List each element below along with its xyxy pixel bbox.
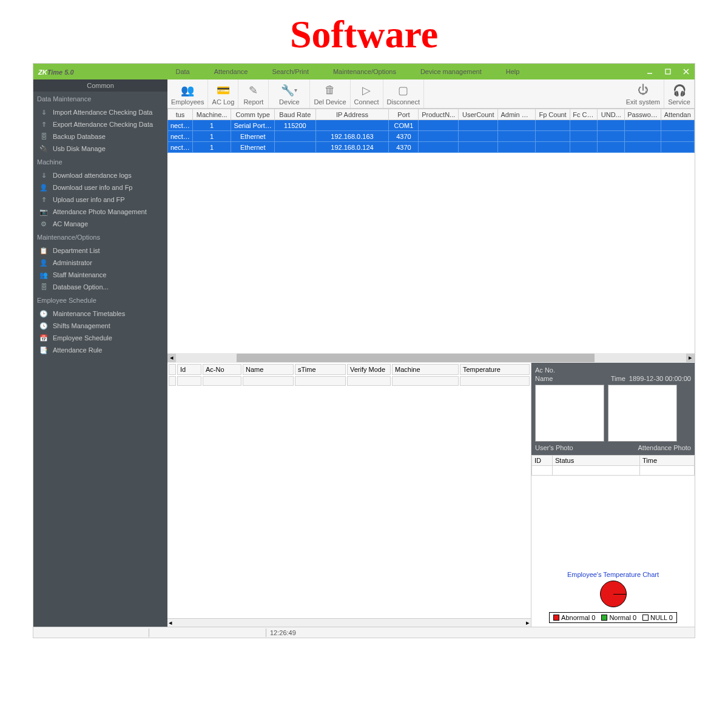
sidebar-item[interactable]: 🕒Maintenance Timetables bbox=[33, 308, 167, 320]
tool-connect[interactable]: ▷Connect bbox=[351, 79, 383, 108]
column-header[interactable]: UserCount bbox=[458, 109, 498, 120]
tool-service[interactable]: 🎧Service bbox=[664, 79, 695, 108]
sidebar-item-icon: ⇓ bbox=[38, 108, 49, 116]
sidebar-item[interactable]: 📷Attendance Photo Management bbox=[33, 206, 167, 218]
column-header[interactable]: Fc Co... bbox=[570, 109, 598, 120]
sidebar-item[interactable]: 📑Attendance Rule bbox=[33, 344, 167, 356]
column-header[interactable]: ProductN... bbox=[419, 109, 459, 120]
column-header[interactable]: IP Address bbox=[315, 109, 389, 120]
column-header[interactable]: sTime bbox=[295, 364, 346, 375]
menu-help[interactable]: Help bbox=[506, 68, 520, 75]
minimize-button[interactable] bbox=[641, 65, 658, 78]
column-header[interactable]: Status bbox=[553, 456, 640, 466]
sidebar-item-label: Maintenance Timetables bbox=[53, 310, 125, 317]
tool-del-device[interactable]: 🗑Del Device bbox=[310, 79, 350, 108]
column-header[interactable]: Machine bbox=[392, 364, 459, 375]
column-header[interactable]: Name bbox=[243, 364, 294, 375]
sidebar-item[interactable]: 🗄Database Option... bbox=[33, 281, 167, 293]
sidebar-item-label: Administrator bbox=[53, 259, 92, 266]
sidebar-item[interactable]: ⇓Import Attendance Checking Data bbox=[33, 106, 167, 118]
column-header[interactable]: Attendan bbox=[661, 109, 694, 120]
device-row[interactable]: nected1Serial Port/...115200COM1 bbox=[168, 120, 695, 131]
legend-item: Normal 0 bbox=[601, 614, 636, 621]
sidebar-item[interactable]: 📋Department List bbox=[33, 244, 167, 257]
column-header[interactable]: Port bbox=[389, 109, 419, 120]
sidebar-item[interactable]: ⇑Upload user info and FP bbox=[33, 194, 167, 206]
column-header[interactable]: Time bbox=[640, 456, 695, 466]
device-grid-hscroll[interactable]: ◂ ▸ bbox=[167, 353, 695, 363]
tool-disconnect[interactable]: ▢Disconnect bbox=[383, 79, 424, 108]
column-header[interactable]: ID bbox=[532, 456, 553, 466]
sidebar-item[interactable]: ⇓Download attendance logs bbox=[33, 169, 167, 181]
sidebar-section-title: Employee Schedule bbox=[33, 293, 167, 308]
sidebar-item-icon: 🗄 bbox=[38, 283, 49, 291]
column-header[interactable]: Comm type bbox=[231, 109, 275, 120]
sidebar-item[interactable]: 📅Employee Schedule bbox=[33, 332, 167, 344]
sidebar-item-label: Attendance Photo Management bbox=[53, 208, 147, 215]
scroll-left-icon[interactable]: ◂ bbox=[167, 354, 176, 362]
legend-swatch-icon bbox=[601, 615, 607, 621]
legend-label: NULL 0 bbox=[650, 614, 673, 621]
maximize-button[interactable] bbox=[659, 65, 676, 78]
toolbar: 👥Employees 💳AC Log ✎Report 🔧 ▾Device 🗑De… bbox=[167, 79, 695, 109]
chart-legend: Abnormal 0Normal 0NULL 0 bbox=[549, 612, 677, 623]
titlebar: ZKTime 5.0 Data Attendance Search/Print … bbox=[33, 64, 695, 79]
legend-item: Abnormal 0 bbox=[553, 614, 595, 621]
user-photo-label: User's Photo bbox=[535, 444, 573, 451]
menubar: Data Attendance Search/Print Maintenance… bbox=[176, 68, 520, 75]
device-row[interactable]: nected1Ethernet192.168.0.1634370 bbox=[168, 131, 695, 142]
pie-chart-icon bbox=[600, 581, 627, 607]
menu-search-print[interactable]: Search/Print bbox=[272, 68, 309, 75]
sidebar-item-label: Employee Schedule bbox=[53, 334, 112, 342]
menu-attendance[interactable]: Attendance bbox=[214, 68, 248, 75]
device-grid: tusMachine...Comm typeBaud RateIP Addres… bbox=[167, 109, 695, 363]
column-header[interactable]: Admin Co... bbox=[498, 109, 535, 120]
sidebar-item-icon: 👥 bbox=[38, 271, 49, 279]
sidebar-item[interactable]: 🕓Shifts Management bbox=[33, 320, 167, 332]
close-button[interactable] bbox=[678, 65, 695, 78]
column-header[interactable]: Fp Count bbox=[535, 109, 570, 120]
people-icon: 👥 bbox=[181, 83, 194, 98]
tool-exit-system[interactable]: ⏻Exit system bbox=[622, 79, 664, 108]
tool-device[interactable]: 🔧 ▾Device bbox=[269, 79, 310, 108]
sidebar-item[interactable]: ⇑Export Attendance Checking Data bbox=[33, 118, 167, 130]
column-header[interactable]: Ac-No bbox=[203, 364, 241, 375]
sidebar-item-label: Attendance Rule bbox=[53, 346, 102, 354]
device-row[interactable]: nected1Ethernet192.168.0.1244370 bbox=[168, 142, 695, 153]
sidebar-section-title: Maintenance/Options bbox=[33, 230, 167, 244]
scroll-thumb[interactable] bbox=[237, 354, 595, 362]
sidebar-item-icon: 📷 bbox=[38, 207, 49, 216]
statusbar: 12:26:49 bbox=[33, 627, 695, 638]
log-grid-hscroll[interactable]: ◂▸ bbox=[167, 618, 531, 627]
menu-data[interactable]: Data bbox=[176, 68, 190, 75]
menu-maintenance-options[interactable]: Maintenance/Options bbox=[333, 68, 396, 75]
sidebar-item[interactable]: 👤Administrator bbox=[33, 257, 167, 269]
sidebar-item[interactable]: 🔌Usb Disk Manage bbox=[33, 143, 167, 155]
column-header[interactable]: UND... bbox=[598, 109, 625, 120]
sidebar-section-title: Machine bbox=[33, 155, 167, 169]
column-header[interactable]: Temperature bbox=[460, 364, 530, 375]
column-header[interactable]: tus bbox=[168, 109, 193, 120]
sidebar-item-label: Department List bbox=[53, 247, 100, 254]
column-header[interactable]: Verify Mode bbox=[347, 364, 391, 375]
menu-device-management[interactable]: Device management bbox=[420, 68, 482, 75]
trash-icon: 🗑 bbox=[325, 83, 335, 98]
column-header[interactable]: Password... bbox=[625, 109, 661, 120]
sidebar-item-icon: ⇓ bbox=[38, 171, 49, 180]
sidebar-item[interactable]: 🗄Backup Database bbox=[33, 130, 167, 143]
sidebar-header: Common bbox=[33, 79, 167, 92]
tool-report[interactable]: ✎Report bbox=[238, 79, 269, 108]
sidebar-item[interactable]: ⚙AC Manage bbox=[33, 218, 167, 230]
tool-ac-log[interactable]: 💳AC Log bbox=[208, 79, 238, 108]
tool-employees[interactable]: 👥Employees bbox=[167, 79, 208, 108]
column-header[interactable]: Machine... bbox=[192, 109, 231, 120]
sidebar-item[interactable]: 👥Staff Maintenance bbox=[33, 269, 167, 281]
card-icon: 💳 bbox=[217, 83, 230, 98]
svg-rect-1 bbox=[666, 69, 670, 74]
sidebar-item-icon: 👤 bbox=[38, 258, 49, 267]
scroll-right-icon[interactable]: ▸ bbox=[686, 354, 695, 362]
column-header[interactable]: Id bbox=[177, 364, 201, 375]
column-header[interactable]: Baud Rate bbox=[275, 109, 316, 120]
sidebar-item[interactable]: 👤Download user info and Fp bbox=[33, 181, 167, 194]
legend-item: NULL 0 bbox=[642, 614, 673, 621]
